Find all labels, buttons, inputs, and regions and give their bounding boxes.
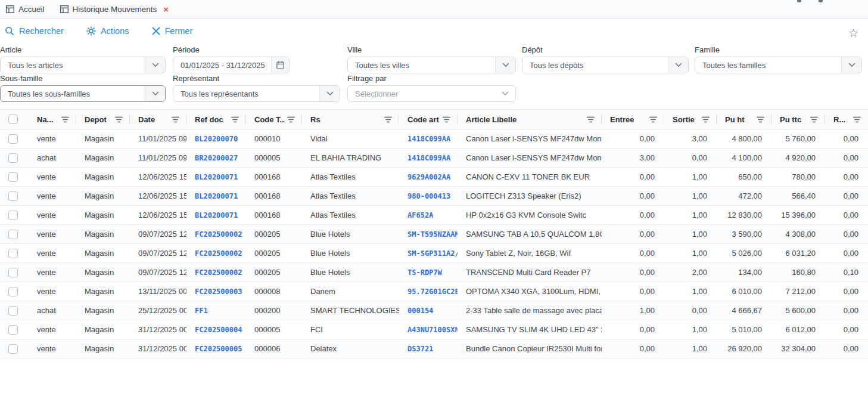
favorite-star-icon[interactable]: ☆ xyxy=(848,27,858,39)
filter-icon[interactable] xyxy=(115,116,123,123)
row-checkbox[interactable] xyxy=(8,211,18,220)
code-article-link[interactable]: 1418C099AA xyxy=(399,149,458,168)
actions-button[interactable]: Actions xyxy=(86,26,129,36)
code-article-link[interactable]: 000154 xyxy=(399,301,458,320)
filter-icon[interactable] xyxy=(287,116,295,123)
cell-article_libelle: LOGITECH Z313 Speaker (Eris2) xyxy=(458,187,602,206)
code-article-link[interactable]: SM-SGP311A2/ xyxy=(399,244,458,263)
code-article-link[interactable]: TS-RDP7W xyxy=(399,263,458,282)
code-article-link[interactable]: DS3721 xyxy=(399,339,458,358)
select-all-checkbox[interactable] xyxy=(8,115,18,124)
cell-article_libelle: SAMSUNG TAB A 10,5 QUALCOM 1,8GHz xyxy=(458,225,602,244)
representant-select[interactable]: Tous les représentants xyxy=(173,85,340,102)
col-header-ref_doc[interactable]: Ref doc xyxy=(186,110,246,129)
cropped-top-icon xyxy=(819,0,823,2)
code-article-link[interactable]: 95.72G01GC2E xyxy=(399,282,458,301)
row-checkbox[interactable] xyxy=(8,153,18,163)
ref-doc-link[interactable]: FC202500002 xyxy=(186,263,246,282)
col-header-entree[interactable]: Entree xyxy=(602,110,664,129)
tab-historique-mouvements[interactable]: Historique Mouvements × xyxy=(60,5,169,14)
code-article-link[interactable]: 1418C099AA xyxy=(399,129,458,149)
ville-select[interactable]: Toutes les villes xyxy=(347,57,516,73)
code-article-link[interactable]: SM-T595NZAAM xyxy=(399,225,458,244)
cell-article_libelle: Sony Tablet Z, Noir, 16GB, Wif xyxy=(458,244,602,263)
ref-doc-link[interactable]: FC202500002 xyxy=(186,244,246,263)
cell-sortie: 1,00 xyxy=(664,320,717,339)
cell-pu_ht: 472,00 xyxy=(717,187,771,206)
filter-icon[interactable] xyxy=(649,116,657,123)
depot-select[interactable]: Tous les dépôts xyxy=(522,57,689,73)
filtrage-par-select[interactable]: Sélectionner xyxy=(347,85,516,102)
row-checkbox[interactable] xyxy=(8,306,18,316)
filtrage-par-label: Filtrage par xyxy=(347,74,516,83)
article-select[interactable]: Tous les articles xyxy=(0,57,166,73)
ref-doc-link[interactable]: FF1 xyxy=(186,301,246,320)
code-article-link[interactable]: A43NU7100SXN xyxy=(399,320,458,339)
row-checkbox[interactable] xyxy=(8,249,18,258)
cell-pu_ttc: 32 304,00 xyxy=(771,339,825,358)
row-checkbox[interactable] xyxy=(8,230,18,239)
close-icon xyxy=(152,27,160,35)
ref-doc-link[interactable]: FC202500005 xyxy=(186,339,246,358)
row-checkbox[interactable] xyxy=(8,325,18,335)
cell-pu_ht: 4 666,67 xyxy=(717,301,771,320)
periode-daterange-input[interactable]: 01/01/2025 - 31/12/2025 xyxy=(173,57,290,73)
cell-entree: 0,00 xyxy=(602,320,664,339)
ref-doc-link[interactable]: FC202500003 xyxy=(186,282,246,301)
filter-icon[interactable] xyxy=(587,116,595,123)
close-view-button[interactable]: Fermer xyxy=(152,26,193,36)
cell-entree: 0,00 xyxy=(602,168,664,187)
calendar-button[interactable] xyxy=(271,57,289,73)
code-article-link[interactable]: 980-000413 xyxy=(399,187,458,206)
col-header-pu_ttc[interactable]: Pu ttc xyxy=(771,110,825,129)
col-header-depot[interactable]: Depot xyxy=(76,110,130,129)
filter-icon[interactable] xyxy=(810,116,818,123)
filter-icon[interactable] xyxy=(702,116,710,123)
sous-famille-select[interactable]: Toutes les sous-familles xyxy=(0,85,166,102)
ref-doc-link[interactable]: BL20200071 xyxy=(186,168,246,187)
table-row: venteMagasin09/07/2025 12FC2025000020002… xyxy=(0,225,868,244)
filter-icon[interactable] xyxy=(853,116,861,123)
toolbar: Rechercher Actions Fermer xyxy=(5,26,215,36)
tab-accueil[interactable]: Accueil xyxy=(6,5,45,14)
table-row: venteMagasin09/07/2025 12FC2025000020002… xyxy=(0,263,868,282)
chevron-down-icon xyxy=(848,63,855,67)
code-article-link[interactable]: AF652A xyxy=(399,206,458,225)
row-checkbox[interactable] xyxy=(8,134,18,144)
ref-doc-link[interactable]: FC202500002 xyxy=(186,225,246,244)
col-header-pu_ht[interactable]: Pu ht xyxy=(717,110,771,129)
filter-icon[interactable] xyxy=(757,116,764,123)
ref-doc-link[interactable]: BR20200027 xyxy=(186,149,246,168)
ref-doc-link[interactable]: BL20200071 xyxy=(186,206,246,225)
cell-pu_ttc: 4 308,00 xyxy=(771,225,825,244)
filter-icon[interactable] xyxy=(231,116,239,123)
code-article-link[interactable]: 9629A002AA xyxy=(399,168,458,187)
representant-select-value: Tous les représentants xyxy=(173,89,319,98)
col-header-code_tiers[interactable]: Code T... xyxy=(246,110,302,129)
row-checkbox[interactable] xyxy=(8,344,18,354)
row-checkbox[interactable] xyxy=(8,172,18,182)
filter-icon[interactable] xyxy=(172,116,179,123)
col-header-rs[interactable]: Rs xyxy=(302,110,399,129)
row-checkbox[interactable] xyxy=(8,268,18,277)
tab-close-icon[interactable]: × xyxy=(163,5,169,14)
row-checkbox[interactable] xyxy=(8,287,18,296)
search-button[interactable]: Rechercher xyxy=(5,26,64,36)
col-header-sortie[interactable]: Sortie xyxy=(664,110,717,129)
col-label-ref_doc: Ref doc xyxy=(195,115,223,124)
row-checkbox[interactable] xyxy=(8,191,18,201)
ref-doc-link[interactable]: FC202500004 xyxy=(186,320,246,339)
cell-depot: Magasin xyxy=(76,263,130,282)
ref-doc-link[interactable]: BL20200070 xyxy=(186,129,246,149)
filter-icon[interactable] xyxy=(61,116,69,123)
col-header-remise[interactable]: R... xyxy=(825,110,868,129)
ref-doc-link[interactable]: BL20200071 xyxy=(186,187,246,206)
col-header-nature[interactable]: Na... xyxy=(29,110,76,129)
famille-select[interactable]: Toutes les familles xyxy=(695,57,862,73)
cell-rs: Vidal xyxy=(302,129,399,149)
filter-icon[interactable] xyxy=(384,116,392,123)
col-header-article_libelle[interactable]: Article Libelle xyxy=(458,110,602,129)
col-header-code_article[interactable]: Code art xyxy=(399,110,458,129)
filter-icon[interactable] xyxy=(443,116,450,123)
col-header-date[interactable]: Date xyxy=(130,110,186,129)
